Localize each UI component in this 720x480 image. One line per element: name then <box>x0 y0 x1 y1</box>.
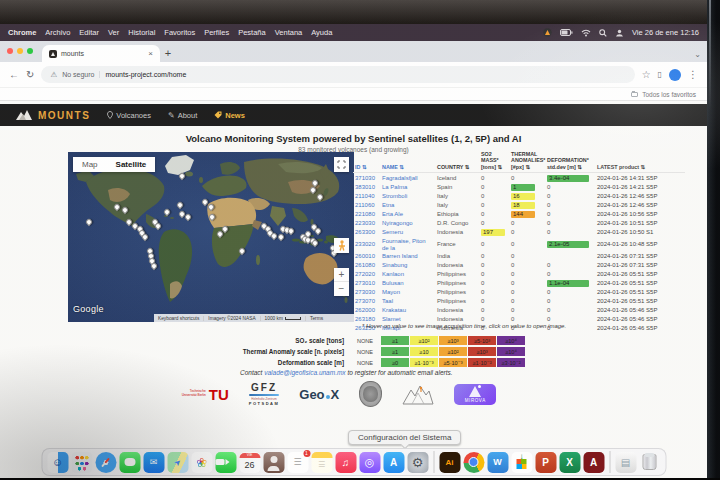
menu-item-pestaña[interactable]: Pestaña <box>238 28 266 37</box>
column-header[interactable]: THERMAL ANOMALIES* [#px] ⇅ <box>509 150 545 171</box>
volcano-map-marker[interactable] <box>308 186 316 194</box>
close-window-button[interactable] <box>7 48 13 54</box>
dock-icon-calendar[interactable]: VIE26 <box>239 452 260 473</box>
volcano-map-marker[interactable] <box>208 213 216 221</box>
logo-gfz-potsdam[interactable]: GFZ Helmholtz-Zentrum POTSDAM <box>249 382 280 406</box>
volcano-id[interactable]: 263300 <box>353 228 380 237</box>
volcano-map-marker[interactable] <box>178 172 186 180</box>
browser-menu-icon[interactable]: ⋮ <box>688 70 698 80</box>
map-layer-button[interactable]: Map <box>73 157 107 172</box>
dock-icon-safari[interactable] <box>95 452 116 473</box>
column-header[interactable]: ID ⇅ <box>353 163 380 171</box>
dock-icon-music[interactable] <box>335 452 356 473</box>
volcano-id[interactable]: 260010 <box>353 252 380 261</box>
url-text[interactable]: mounts-project.com/home <box>105 71 186 78</box>
all-favorites-label[interactable]: Todos los favoritos <box>642 91 696 98</box>
menu-item-ver[interactable]: Ver <box>108 28 119 37</box>
highlighted-value[interactable]: 18 <box>511 202 535 209</box>
back-icon[interactable]: ← <box>9 70 19 80</box>
dock-icon-word[interactable] <box>487 452 508 473</box>
dock-icon-settings[interactable] <box>407 452 428 473</box>
battery-icon[interactable] <box>560 29 573 36</box>
bookmark-star-icon[interactable]: ☆ <box>642 70 651 80</box>
dock-icon-powerpoint[interactable] <box>535 452 556 473</box>
volcano-map-marker[interactable] <box>314 226 322 234</box>
volcano-name[interactable]: Semeru <box>380 228 435 237</box>
volcano-id[interactable]: 273010 <box>353 279 380 288</box>
volcano-map-marker[interactable] <box>207 203 215 211</box>
dock-icon-notes[interactable] <box>311 452 332 473</box>
reload-icon[interactable]: ↻ <box>26 70 34 80</box>
logo-mirova[interactable]: MIROVA <box>454 384 496 405</box>
volcano-name[interactable]: Fournaise, Piton de la <box>380 237 435 253</box>
app-notification-icon[interactable] <box>543 28 552 37</box>
dock-icon-downloads[interactable] <box>615 452 636 473</box>
zoom-in-button[interactable]: + <box>334 268 349 282</box>
profile-avatar[interactable] <box>669 69 681 81</box>
logo-volcano-sketch[interactable] <box>402 383 434 405</box>
volcano-name[interactable]: La Palma <box>380 183 435 192</box>
address-bar[interactable]: ⚠ No seguro mounts-project.com/home <box>41 66 634 83</box>
nav-item-volcanoes[interactable]: Volcanoes <box>107 111 151 120</box>
dock-icon-launchpad[interactable] <box>71 452 92 473</box>
volcano-map-marker[interactable] <box>85 218 93 226</box>
dock-icon-illustrator[interactable] <box>439 452 460 473</box>
volcano-map-marker[interactable] <box>315 192 323 200</box>
dock-icon-reminders[interactable]: 1 <box>287 452 308 473</box>
dock-icon-app-store[interactable] <box>383 452 404 473</box>
contact-email-link[interactable]: valade@igeofisica.unam.mx <box>264 369 345 376</box>
volcano-id[interactable]: 223030 <box>353 219 380 228</box>
volcano-name[interactable]: Mayon <box>380 288 435 297</box>
dock-icon-mail[interactable] <box>143 452 164 473</box>
menu-item-archivo[interactable]: Archivo <box>45 28 70 37</box>
new-tab-button[interactable]: + <box>160 47 176 62</box>
dock-icon-podcasts[interactable] <box>359 452 380 473</box>
menu-item-favoritos[interactable]: Favoritos <box>164 28 195 37</box>
volcano-map-marker[interactable] <box>184 213 192 221</box>
menu-item-ventana[interactable]: Ventana <box>275 28 303 37</box>
volcano-map-marker[interactable] <box>141 233 149 241</box>
column-header[interactable]: SO2 MASS* [tons] ⇅ <box>479 150 509 171</box>
column-header[interactable]: DEFORMATION* std.dev [m] ⇅ <box>545 156 595 171</box>
dock-icon-chrome[interactable] <box>463 452 484 473</box>
dock-icon-maps[interactable] <box>167 452 188 473</box>
logo-tu-berlin[interactable]: Technische Universität Berlin TU <box>181 386 229 403</box>
volcano-id[interactable]: 262000 <box>353 306 380 315</box>
highlighted-value[interactable]: 144 <box>511 211 535 218</box>
dock-icon-office-update[interactable] <box>511 452 532 473</box>
volcano-name[interactable]: Taal <box>380 297 435 306</box>
browser-tab-mounts[interactable]: mounts × <box>42 45 160 62</box>
volcano-name[interactable]: Sinabung <box>380 261 435 270</box>
site-brand[interactable]: MOUNTS <box>15 109 90 121</box>
dock-icon-trash[interactable] <box>639 452 660 473</box>
terms-link[interactable]: Terms <box>305 316 327 321</box>
volcano-id[interactable]: 211040 <box>353 192 380 201</box>
volcano-map-marker[interactable] <box>311 238 319 246</box>
menu-item-ayuda[interactable]: Ayuda <box>311 28 332 37</box>
volcano-name[interactable]: Fagradalsfjall <box>380 174 435 183</box>
volcano-map-marker[interactable] <box>175 201 183 209</box>
volcano-id[interactable]: 273070 <box>353 297 380 306</box>
volcano-name[interactable]: Bulusan <box>380 279 435 288</box>
tab-close-icon[interactable]: × <box>148 49 153 58</box>
volcano-name[interactable]: Barren Island <box>380 252 435 261</box>
column-header[interactable]: COUNTRY ⇅ <box>435 163 479 171</box>
nav-item-about[interactable]: ✎ About <box>168 111 197 120</box>
highlighted-value[interactable]: 1.1e-04 <box>547 280 589 287</box>
highlighted-value[interactable]: 1 <box>511 184 535 191</box>
tab-search-chevron-icon[interactable]: ⌄ <box>694 50 701 59</box>
highlighted-value[interactable]: 197 <box>481 229 505 236</box>
volcano-name[interactable]: Nyiragongo <box>380 219 435 228</box>
satellite-layer-button[interactable]: Satellite <box>107 157 156 172</box>
column-header[interactable]: LATEST product ⇅ <box>595 163 681 171</box>
dock-icon-messages[interactable] <box>119 452 140 473</box>
keyboard-shortcuts-link[interactable]: Keyboard shortcuts <box>154 316 203 321</box>
volcano-map-marker[interactable] <box>238 247 246 255</box>
dock-icon-photos[interactable] <box>191 452 212 473</box>
wifi-icon[interactable] <box>581 29 591 37</box>
volcano-map-marker[interactable] <box>277 233 285 241</box>
volcano-name[interactable]: Etna <box>380 201 435 210</box>
volcano-map-marker[interactable] <box>162 208 170 216</box>
volcano-id[interactable]: 272020 <box>353 270 380 279</box>
highlighted-value[interactable]: 2.1e-05 <box>547 241 589 248</box>
